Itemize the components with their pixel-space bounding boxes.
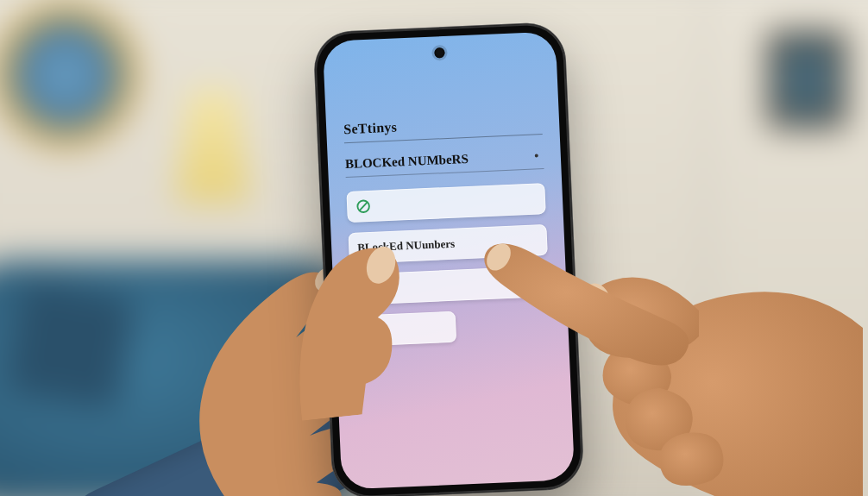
left-thumb [282, 217, 439, 421]
blocked-numbers-heading[interactable]: BLOCKed NUMbeRS [344, 141, 544, 178]
section-label: BLOCKed NUMbeRS [345, 152, 469, 171]
right-hand [483, 207, 863, 496]
svg-line-2 [359, 203, 367, 210]
settings-heading[interactable]: SeTtinys [343, 113, 543, 143]
more-dot-icon [535, 154, 538, 157]
block-icon [355, 198, 372, 215]
